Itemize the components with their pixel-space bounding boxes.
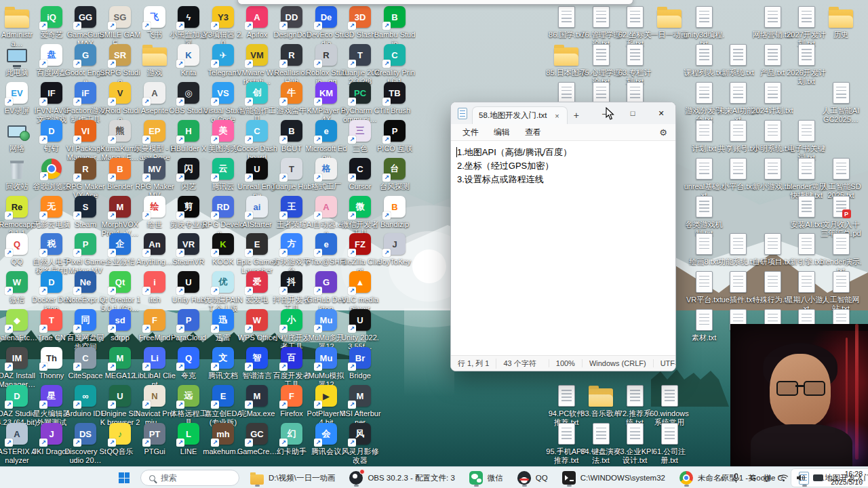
shortcut-arrow-icon: ↗: [314, 325, 322, 333]
shortcut-arrow-icon: ↗: [5, 287, 13, 295]
menu-edit[interactable]: 编辑: [488, 125, 516, 140]
maximize-button[interactable]: □: [618, 102, 647, 124]
app-icon: P↗: [75, 233, 96, 255]
desktop-icon[interactable]: 电子书关键词.txt: [785, 119, 827, 161]
tray-language-english[interactable]: 英: [748, 473, 756, 483]
start-button[interactable]: [113, 469, 136, 487]
app-icon: EV↗: [6, 82, 28, 104]
app-icon: Li↗: [144, 347, 165, 369]
search-input[interactable]: 搜索: [140, 470, 239, 486]
text-file-icon: [627, 6, 644, 28]
desktop-icon[interactable]: unity3d编程.txt: [683, 5, 725, 47]
notepad-text-area[interactable]: 1.地图API（高德/腾讯/百度）2.坐标（经过GPS加密）3.设置标点或路程连…: [451, 141, 675, 355]
notepad-statusbar: 行 1, 列 1 43 个字符 100% Windows (CRLF) UTF-…: [451, 355, 675, 371]
app-icon: ai↗: [246, 196, 268, 218]
desktop-icon[interactable]: 历史: [820, 5, 862, 39]
menu-view[interactable]: 查看: [519, 125, 547, 140]
app-icon: C↗: [246, 120, 268, 142]
desktop-icon[interactable]: 63.专栏计划.txt: [614, 43, 656, 85]
app-icon: VM↗: [246, 44, 268, 66]
desktop-icon[interactable]: 人工智能网站.txt: [820, 270, 862, 312]
desktop-icon[interactable]: TB↗Tilt Brush: [374, 81, 416, 115]
shortcut-arrow-icon: ↗: [279, 22, 288, 30]
recycle-bin-icon: [9, 161, 24, 179]
app-icon: 企↗: [109, 233, 131, 255]
app-icon: ∞↗: [75, 385, 96, 407]
taskbar-app-button[interactable]: OBS 30.2.3 - 配置文件: 3: [343, 469, 460, 487]
text-file-icon: [798, 233, 815, 255]
desktop-icon[interactable]: 61.公司注册.txt: [648, 422, 690, 464]
desktop-icon[interactable]: C↗Creality Print 6.1: [374, 43, 416, 85]
app-icon: 牛↗: [281, 82, 302, 104]
shortcut-arrow-icon: ↗: [73, 60, 81, 68]
menu-file[interactable]: 文件: [456, 125, 485, 140]
desktop-icon[interactable]: ▲↗VLC media player: [339, 270, 381, 312]
tray-device-icon[interactable]: [813, 474, 823, 481]
app-icon: Mu↗: [315, 347, 337, 369]
tray-mic-icon[interactable]: [732, 473, 741, 483]
settings-gear-icon[interactable]: ⚙: [659, 127, 667, 138]
tray-ime-pinyin[interactable]: 拼: [764, 473, 772, 483]
text-file-icon: [730, 82, 747, 104]
app-icon: De↗: [315, 6, 337, 28]
tab-close-icon[interactable]: ×: [553, 112, 560, 120]
app-icon: R↗: [315, 44, 337, 66]
app-icon: IM↗: [6, 347, 28, 369]
taskbar-app-button[interactable]: QQ: [511, 469, 554, 487]
shortcut-arrow-icon: ↗: [39, 325, 47, 333]
taskbar-app-button[interactable]: C:\WINDOWS\system32: [556, 469, 671, 487]
shortcut-arrow-icon: ↗: [142, 249, 151, 257]
new-tab-button[interactable]: +: [568, 106, 585, 124]
desktop-icon[interactable]: J↗JoyToKey: [374, 232, 416, 266]
desktop-icon[interactable]: P↗PICO 互联: [374, 119, 416, 153]
text-file-icon: [696, 271, 713, 293]
desktop-icon[interactable]: B↗Bandizip: [374, 195, 416, 229]
shortcut-arrow-icon: ↗: [348, 287, 356, 295]
taskbar-clock[interactable]: 16:28 2025/5/16: [831, 470, 863, 486]
desktop-icon[interactable]: blender演示.txt: [820, 232, 862, 274]
taskbar-app-button[interactable]: 微信: [463, 469, 509, 487]
shortcut-arrow-icon: ↗: [314, 22, 322, 30]
app-icon: 盘↗: [41, 44, 62, 66]
desktop-icon[interactable]: 2024计划.txt: [751, 81, 793, 115]
app-icon: A↗: [144, 82, 165, 104]
desktop-icon[interactable]: 人工智能AIGC2025…: [820, 81, 862, 123]
close-button[interactable]: ✕: [647, 102, 675, 124]
desktop-icon[interactable]: M↗MSI Afterburner: [339, 384, 381, 426]
app-icon: i↗: [144, 271, 165, 293]
shortcut-arrow-icon: ↗: [314, 211, 322, 220]
offscreen-window-edge[interactable]: [237, 0, 633, 5]
desktop-icon-label: PICO 互联: [374, 144, 416, 153]
app-icon: 小↗: [281, 309, 302, 331]
app-icon: 美↗: [212, 120, 234, 142]
shortcut-arrow-icon: ↗: [245, 22, 253, 30]
desktop-icon[interactable]: U↗Unity 2022.3.55f…: [339, 308, 381, 350]
desktop-icon[interactable]: 风↗风灵月影修改器: [339, 422, 381, 464]
app-icon: 云↗: [212, 158, 234, 180]
taskbar-app-button[interactable]: D:\视频\一日一动画: [244, 469, 341, 487]
desktop-icon[interactable]: Br↗Bridge: [339, 346, 381, 380]
notepad-tab[interactable]: 58.地图开发入门.txt ×: [472, 106, 568, 124]
tray-wifi-icon[interactable]: [778, 474, 789, 482]
app-icon: mh↗: [212, 423, 234, 445]
shortcut-arrow-icon: ↗: [176, 287, 184, 295]
desktop-icon[interactable]: B↗Bambu Studio: [374, 5, 416, 47]
text-file-icon: [696, 309, 713, 331]
shortcut-arrow-icon: ↗: [245, 439, 253, 447]
notepad-titlebar[interactable]: 58.地图开发入门.txt × + – □ ✕: [451, 102, 675, 124]
desktop-icon-label: 历史: [820, 30, 862, 39]
desktop-icon[interactable]: 人工智能SD2025.txt: [820, 157, 862, 199]
desktop-icon[interactable]: 各类游戏机制.txt: [683, 195, 725, 237]
desktop-icon[interactable]: 台↗台风探测: [374, 157, 416, 191]
text-file-icon: [696, 82, 713, 104]
desktop-icon-label: JoyToKey: [374, 258, 416, 266]
app-icon: N↗: [144, 385, 165, 407]
text-file-icon: [764, 158, 781, 180]
app-icon: MV↗: [144, 158, 165, 180]
tray-chevron-icon[interactable]: ∧: [719, 474, 724, 482]
text-file-icon: [696, 196, 713, 218]
desktop-icon[interactable]: 2026开发计划.txt: [785, 43, 827, 85]
text-file-icon: [730, 271, 747, 293]
tray-volume-icon[interactable]: [796, 474, 806, 482]
shortcut-arrow-icon: ↗: [176, 439, 184, 447]
